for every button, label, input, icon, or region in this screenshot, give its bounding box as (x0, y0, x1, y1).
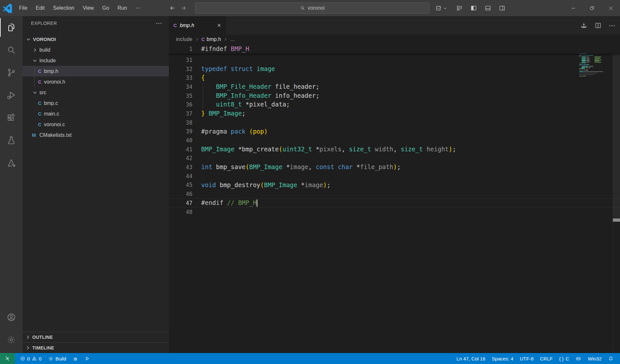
code-area[interactable]: 3132typedef struct image33{34 BMP_File_H… (169, 56, 620, 216)
split-editor-icon[interactable] (594, 22, 602, 29)
code-line-44[interactable]: 44 (169, 172, 620, 181)
tree-item-cmakelists-txt[interactable]: MCMakelists.txt (23, 130, 169, 140)
minimap-line (594, 59, 600, 60)
code-line-40[interactable]: 40 (169, 136, 620, 145)
close-icon[interactable] (601, 0, 620, 16)
copilot-menu-icon[interactable] (435, 5, 447, 12)
status-cursor-position[interactable]: Ln 47, Col 16 (453, 353, 489, 364)
menu-run[interactable]: Run (113, 0, 131, 16)
menu-edit[interactable]: Edit (32, 0, 49, 16)
code-line-35[interactable]: 35 BMP_Info_Header info_header; (169, 91, 620, 100)
code-line-47[interactable]: 47#endif // BMP_H (169, 198, 620, 207)
cmake-file-icon: M (31, 132, 37, 138)
minimap-line (586, 58, 589, 59)
activity-source-control-icon[interactable] (0, 61, 23, 84)
more-actions-icon[interactable]: ⋯ (156, 19, 162, 27)
status-encoding[interactable]: UTF-8 (517, 353, 537, 364)
layout-sidebar-icon[interactable] (470, 5, 477, 11)
status-cmake-debug[interactable] (69, 353, 81, 364)
activity-extensions-icon[interactable] (0, 106, 23, 129)
tab-bar: C bmp.h ⋯ (169, 16, 620, 35)
status-notifications[interactable] (605, 353, 617, 364)
breadcrumb-item[interactable]: … (230, 36, 235, 42)
tree-item-build[interactable]: build (23, 45, 169, 55)
layout-customize-icon[interactable] (456, 5, 463, 11)
activity-accounts-icon[interactable] (0, 306, 23, 329)
status-cmake-build[interactable]: Build (45, 353, 69, 364)
search-input[interactable]: voronoi (195, 3, 429, 14)
activity-cmake-icon[interactable] (0, 152, 23, 174)
section-outline[interactable]: OUTLINE (23, 332, 169, 342)
tree-item-voronoi-c[interactable]: Cvoronoi.c (23, 119, 169, 130)
menu-selection[interactable]: Selection (49, 0, 78, 16)
activity-settings-icon[interactable] (0, 329, 23, 351)
tree-item-main-c[interactable]: Cmain.c (23, 108, 169, 119)
minimize-icon[interactable] (564, 0, 583, 16)
restore-icon[interactable] (583, 0, 601, 16)
code-line-36[interactable]: 36 uint8_t *pixel_data; (169, 100, 620, 109)
minimap-line (581, 68, 585, 69)
layout-secondary-icon[interactable] (499, 5, 505, 11)
tree-item-include[interactable]: include (23, 55, 169, 66)
activity-bar (0, 16, 23, 353)
vertical-scrollbar[interactable] (613, 44, 620, 353)
tree-item-label: voronoi.c (44, 122, 65, 127)
menu-more[interactable]: ⋯ (131, 0, 145, 16)
status-cmake-launch[interactable] (81, 353, 93, 364)
status-eol[interactable]: CRLF (537, 353, 556, 364)
tray-download-icon[interactable] (580, 22, 587, 29)
layout-panel-icon[interactable] (485, 5, 491, 11)
minimap-line (594, 57, 600, 58)
tree-item-src[interactable]: src (23, 87, 169, 98)
tree-item-bmp-h[interactable]: Cbmp.h (23, 66, 169, 76)
scrollbar-thumb[interactable] (613, 44, 620, 218)
tree-item-voronoi-h[interactable]: Cvoronoi.h (23, 76, 169, 87)
remote-indicator[interactable] (0, 353, 15, 364)
code-line-41[interactable]: 41BMP_Image *bmp_create(uint32_t *pixels… (169, 145, 620, 154)
menu-file[interactable]: File (15, 0, 32, 16)
activity-testing-icon[interactable] (0, 129, 23, 152)
code-line-46[interactable]: 46 (169, 189, 620, 198)
breadcrumb-item[interactable]: include (176, 36, 192, 42)
status-platform[interactable]: Win32 (584, 353, 605, 364)
status-indentation[interactable]: Spaces: 4 (489, 353, 517, 364)
code-line-38[interactable]: 38 (169, 118, 620, 127)
activity-search-icon[interactable] (0, 39, 23, 61)
c-source-icon: C (37, 111, 43, 116)
minimap-line (594, 61, 600, 62)
line-number: 35 (169, 93, 201, 99)
code-line-42[interactable]: 42 (169, 154, 620, 163)
status-problems[interactable]: 00 (17, 353, 45, 364)
code-line-37[interactable]: 37} BMP_Image; (169, 109, 620, 118)
activity-explorer-icon[interactable] (0, 16, 23, 39)
tree-item-bmp-c[interactable]: Cbmp.c (23, 98, 169, 108)
code-line-33[interactable]: 33{ (169, 73, 620, 82)
status-copilot-status[interactable] (572, 353, 584, 364)
c-file-icon: C (202, 37, 205, 42)
code-line-34[interactable]: 34 BMP_File_Header file_header; (169, 82, 620, 91)
vscode-logo-icon (0, 3, 15, 13)
code-line-48[interactable]: 48 (169, 207, 620, 217)
breadcrumb-item[interactable]: Cbmp.h (202, 36, 221, 42)
tab-bmp-h[interactable]: C bmp.h (169, 16, 226, 35)
tree-item-voronoi[interactable]: VORONOI (23, 34, 169, 45)
menu-view[interactable]: View (78, 0, 98, 16)
code-line-45[interactable]: 45void bmp_destroy(BMP_Image *image); (169, 181, 620, 190)
menu-bar: FileEditSelectionViewGoRun⋯ (15, 0, 145, 16)
menu-go[interactable]: Go (98, 0, 113, 16)
indent-guide (34, 66, 35, 76)
gear-icon (48, 356, 54, 361)
tree-item-label: CMakelists.txt (39, 132, 72, 138)
code-line-43[interactable]: 43int bmp_save(BMP_Image *image, const c… (169, 163, 620, 172)
code-line-32[interactable]: 32typedef struct image (169, 65, 620, 74)
status-language-mode[interactable]: { }C (556, 353, 572, 364)
section-timeline[interactable]: TIMELINE (23, 342, 169, 353)
minimap-line (582, 60, 586, 60)
code-line-31[interactable]: 31 (169, 56, 620, 65)
back-icon[interactable] (169, 5, 176, 11)
forward-icon[interactable] (180, 5, 187, 11)
code-line-39[interactable]: 39#pragma pack (pop) (169, 127, 620, 136)
tab-close-icon[interactable] (217, 23, 222, 28)
editor-more-actions-icon[interactable]: ⋯ (609, 22, 615, 29)
activity-run-debug-icon[interactable] (0, 84, 23, 106)
